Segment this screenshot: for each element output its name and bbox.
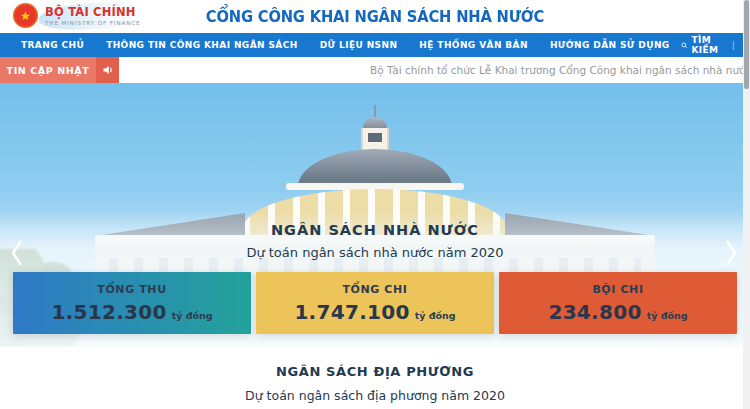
nav-item-nsnn-data[interactable]: DỮ LIỆU NSNN — [309, 40, 409, 50]
local-budget-section: NGÂN SÁCH ĐỊA PHƯƠNG Dự toán ngân sách đ… — [0, 347, 750, 409]
local-budget-title: NGÂN SÁCH ĐỊA PHƯƠNG — [0, 364, 750, 379]
chevron-right-icon — [722, 238, 740, 268]
card-value: 234.800 — [548, 300, 641, 324]
budget-stat-cards: TỔNG THU 1.512.300 tỷ đồng TỔNG CHI 1.74… — [13, 272, 737, 334]
ticker-speaker-button[interactable] — [96, 57, 119, 83]
card-value-row: 1.747.100 tỷ đồng — [294, 300, 455, 324]
search-icon — [681, 40, 688, 51]
ticker-body: Bộ Tài chính tổ chức Lễ Khai trương Cổng… — [119, 57, 750, 83]
card-label: TỔNG CHI — [342, 283, 407, 296]
card-value-row: 234.800 tỷ đồng — [548, 300, 687, 324]
search-label: TÌM KIẾM — [691, 35, 722, 55]
scrollbar-thumb[interactable] — [744, 0, 749, 89]
card-unit: tỷ đồng — [647, 310, 688, 321]
card-value: 1.512.300 — [51, 300, 166, 324]
card-deficit[interactable]: BỘI CHI 234.800 tỷ đồng — [499, 272, 737, 334]
building-lantern-window — [368, 133, 382, 142]
search-button[interactable]: TÌM KIẾM — [681, 35, 723, 55]
speaker-icon — [102, 64, 114, 76]
nav-item-document-system[interactable]: HỆ THỐNG VĂN BẢN — [408, 40, 539, 50]
ticker-message[interactable]: Bộ Tài chính tổ chức Lễ Khai trương Cổng… — [370, 64, 750, 76]
main-nav: TRANG CHỦ THÔNG TIN CÔNG KHAI NGÂN SÁCH … — [0, 33, 750, 57]
nav-right-actions: TÌM KIẾM | ĐĂNG NHẬP — [681, 35, 750, 55]
news-ticker: TIN CẬP NHẬT Bộ Tài chính tổ chức Lễ Kha… — [0, 57, 750, 83]
nav-item-home[interactable]: TRANG CHỦ — [10, 40, 95, 50]
card-total-spending[interactable]: TỔNG CHI 1.747.100 tỷ đồng — [256, 272, 494, 334]
nav-item-budget-disclosure[interactable]: THÔNG TIN CÔNG KHAI NGÂN SÁCH — [95, 40, 309, 50]
card-unit: tỷ đồng — [415, 310, 456, 321]
card-value-row: 1.512.300 tỷ đồng — [51, 300, 212, 324]
carousel-prev-button[interactable] — [4, 234, 30, 272]
ticker-badge: TIN CẬP NHẬT — [0, 57, 96, 83]
card-label: BỘI CHI — [592, 283, 643, 296]
header: ★ BỘ TÀI CHÍNH THE MINISTRY OF FINANCE C… — [0, 0, 750, 33]
card-value: 1.747.100 — [294, 300, 409, 324]
budget-portal-page: ★ BỘ TÀI CHÍNH THE MINISTRY OF FINANCE C… — [0, 0, 750, 409]
local-budget-subtitle: Dự toán ngân sách địa phương năm 2020 — [0, 388, 750, 403]
nav-item-user-guide[interactable]: HƯỚNG DẪN SỬ DỤNG — [539, 40, 681, 50]
building-dome — [298, 149, 452, 187]
hero-caption: NGÂN SÁCH NHÀ NƯỚC Dự toán ngân sách nhà… — [0, 222, 750, 260]
chevron-left-icon — [8, 238, 26, 268]
scrollbar-track[interactable] — [743, 0, 750, 409]
hero-subtitle: Dự toán ngân sách nhà nước năm 2020 — [0, 245, 750, 260]
card-total-revenue[interactable]: TỔNG THU 1.512.300 tỷ đồng — [13, 272, 251, 334]
nav-separator: | — [732, 40, 735, 50]
carousel-next-button[interactable] — [718, 234, 744, 272]
card-unit: tỷ đồng — [172, 310, 213, 321]
page-title: CỔNG CÔNG KHAI NGÂN SÁCH NHÀ NƯỚC — [30, 7, 720, 26]
card-label: TỔNG THU — [97, 283, 166, 296]
hero-title: NGÂN SÁCH NHÀ NƯỚC — [0, 222, 750, 238]
